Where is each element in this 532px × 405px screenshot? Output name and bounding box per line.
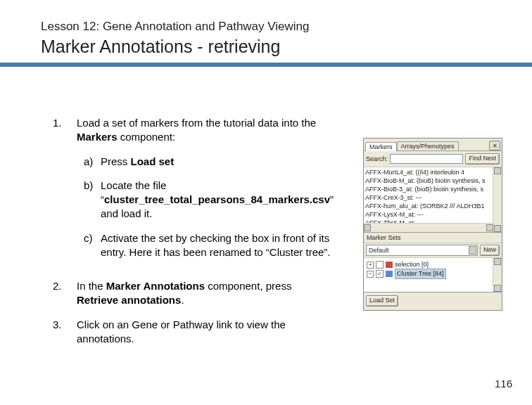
step-number-2: 2. — [53, 279, 77, 308]
tab-arrays-phenotypes[interactable]: Arrays/Phenotypes — [397, 141, 459, 150]
page-number: 116 — [495, 378, 512, 390]
close-button[interactable]: ✕ — [489, 141, 500, 150]
vertical-scrollbar[interactable] — [493, 167, 502, 232]
set-icon — [386, 271, 393, 277]
search-label: Search: — [366, 155, 388, 162]
step-1-body: Load a set of markers from the tutorial … — [77, 116, 334, 269]
markers-panel: Markers Arrays/Phenotypes ✕ Search: Find… — [363, 138, 502, 311]
content-area: 1. Load a set of markers from the tutori… — [53, 116, 320, 356]
substep-a-bold: Load set — [131, 155, 175, 167]
search-input[interactable] — [390, 154, 463, 164]
substep-b-bold: cluster_tree_total_pearsons_84_markers.c… — [104, 193, 330, 205]
horizontal-scrollbar[interactable] — [364, 223, 493, 232]
step-2-pre: In the — [77, 280, 106, 292]
substep-b-body: Locate the file “cluster_tree_total_pear… — [101, 179, 334, 221]
step-1-bold: Markers — [77, 131, 118, 143]
sets-row: Default New — [364, 243, 502, 258]
sets-tree[interactable]: + selection [0] − ✓ Cluster Tree [84] — [364, 258, 502, 292]
set-icon — [386, 262, 393, 268]
substep-a-letter: a) — [77, 155, 101, 169]
tab-markers[interactable]: Markers — [365, 142, 397, 151]
marker-sets-header: Marker Sets — [364, 233, 502, 243]
load-set-button[interactable]: Load Set — [366, 295, 398, 307]
tree-checkbox[interactable] — [376, 261, 384, 269]
step-2-bold2: Retrieve annotations — [77, 294, 181, 306]
step-1-pre: Load a set of markers from the tutorial … — [77, 117, 316, 129]
tree-scrollbar[interactable] — [493, 258, 502, 292]
panel-tabs: Markers Arrays/Phenotypes ✕ — [364, 139, 502, 151]
step-number-3: 3. — [53, 318, 77, 347]
sets-select[interactable]: Default — [366, 245, 478, 256]
title-divider — [0, 63, 532, 67]
new-set-button[interactable]: New — [480, 245, 500, 256]
substep-c-letter: c) — [77, 231, 101, 260]
lesson-label: Lesson 12: Gene Annotation and Pathway V… — [41, 20, 532, 34]
marker-row[interactable]: AFFX-CreX-3_st: --- — [365, 193, 500, 202]
tree-expander-icon[interactable]: − — [367, 271, 374, 278]
step-2-mid: component, press — [205, 280, 291, 292]
tree-label-cluster-tree: Cluster Tree [84] — [395, 269, 446, 279]
sets-select-value: Default — [369, 247, 389, 254]
search-row: Search: Find Next — [364, 151, 502, 167]
marker-row[interactable]: AFFX-hum_alu_at: (SORBK2 /// ALDH3B1 — [365, 202, 500, 210]
step-1-post: component: — [118, 131, 176, 143]
substep-a-pre: Press — [101, 155, 131, 167]
marker-row[interactable]: AFFX-BioB-3_at: (bioB) biotin synthesis,… — [365, 185, 500, 193]
marker-list[interactable]: AFFX-MurIL4_at: ((Il4) interleukin 4 AFF… — [364, 167, 502, 233]
marker-row[interactable]: AFFX-BioB-M_at: (bioB) biotin synthesis,… — [365, 176, 500, 185]
substep-a-body: Press Load set — [101, 155, 334, 169]
step-number-1: 1. — [53, 116, 77, 269]
panel-footer: Load Set — [364, 292, 502, 310]
substep-c-body: Activate the set by checking the box in … — [101, 231, 334, 260]
step-2-bold1: Marker Annotations — [106, 280, 205, 292]
step-2-post: . — [181, 294, 184, 306]
tree-expander-icon[interactable]: + — [367, 262, 374, 269]
step-3-body: Click on an Gene or Pathway link to view… — [77, 318, 320, 347]
marker-row[interactable]: AFFX-MurIL4_at: ((Il4) interleukin 4 — [365, 168, 500, 176]
tree-checkbox-checked[interactable]: ✓ — [376, 270, 384, 278]
substep-b-letter: b) — [77, 179, 101, 221]
slide-title: Marker Annotations - retrieving — [41, 37, 532, 57]
step-2-body: In the Marker Annotations component, pre… — [77, 279, 320, 308]
find-next-button[interactable]: Find Next — [465, 153, 500, 165]
tree-row-cluster-tree[interactable]: − ✓ Cluster Tree [84] — [367, 269, 499, 278]
marker-row[interactable]: AFFX-LysX-M_at: --- — [365, 210, 500, 219]
